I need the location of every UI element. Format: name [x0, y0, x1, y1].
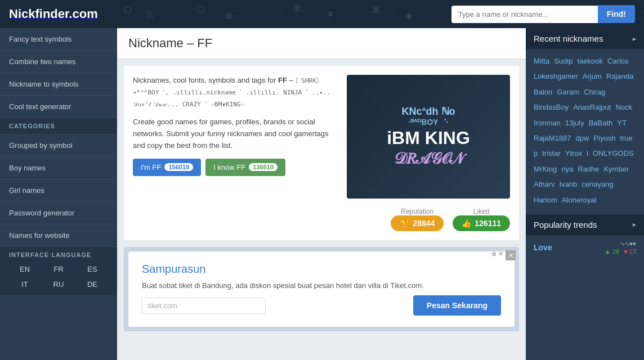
- liked-col: Liked 👍 126111: [453, 208, 510, 231]
- right-panel: Recent nicknames ▸ Mitta Sudip taekook C…: [526, 28, 644, 360]
- recent-name-item[interactable]: Nock: [615, 101, 632, 114]
- lang-fr[interactable]: FR: [43, 263, 74, 276]
- header: ⬡ △ ◻ ⊕ ⊞ ✕ ⌘ ◈ Nickfinder.com Find!: [0, 0, 644, 28]
- bg-symbol: ⊕: [225, 10, 232, 21]
- ad-close-button[interactable]: ✕: [506, 250, 516, 260]
- i-know-ff-button[interactable]: I know FF 136510: [205, 159, 285, 176]
- recent-name-item[interactable]: tristar: [542, 147, 561, 160]
- bg-symbol: ✕: [327, 9, 334, 20]
- popularity-header: Popularity trends ▸: [526, 214, 644, 235]
- logo[interactable]: Nickfinder.com: [9, 7, 98, 21]
- sidebar-item-names[interactable]: Names for website: [0, 224, 117, 247]
- recent-name-item[interactable]: l: [587, 147, 588, 160]
- card-image-area: KNc°dh ℕo ·ᴮᴬᴰBOY゛· iBM KING 𝒟𝑅𝒜𝒢𝒪𝒩: [347, 75, 510, 199]
- recent-name-item[interactable]: Piyush: [593, 132, 615, 145]
- recent-name-item[interactable]: Aloneroyal: [562, 194, 596, 206]
- ad-bottom: Pesan Sekarang: [142, 295, 501, 316]
- bg-symbol: ◈: [405, 10, 412, 21]
- recent-name-item[interactable]: AnasRajput: [573, 101, 611, 114]
- recent-name-item[interactable]: dpw: [576, 132, 589, 145]
- bg-symbol: ⌘: [372, 4, 381, 15]
- reputation-liked-area: Reputation 👎 28844 Liked 👍 126111: [347, 203, 510, 231]
- reputation-col: Reputation 👎 28844: [391, 208, 444, 231]
- language-label: INTERFACE LANGUAGE: [9, 251, 108, 258]
- layout: Fancy text symbols Combine two names Nic…: [0, 28, 644, 360]
- main-card: Nicknames, cool fonts, symbols and tags …: [124, 66, 519, 240]
- recent-name-item[interactable]: Kymber: [603, 163, 629, 176]
- ad-section: ⊗ ✕ ✕ Sampurasun Buat sobat tiket di Ban…: [124, 247, 519, 331]
- recent-header-icon: ▸: [633, 35, 636, 43]
- sidebar-item-fancy[interactable]: Fancy text symbols: [0, 28, 117, 51]
- search-button[interactable]: Find!: [598, 5, 635, 23]
- card-right: KNc°dh ℕo ·ᴮᴬᴰBOY゛· iBM KING 𝒟𝑅𝒜𝒢𝒪𝒩 Repu…: [347, 75, 510, 231]
- recent-name-item[interactable]: BaBath: [589, 116, 613, 129]
- popularity-content: Love ∿∿♥♥ ▲ 28 ♥ 13: [526, 235, 644, 265]
- sidebar-item-password[interactable]: Password generator: [0, 202, 117, 224]
- categories-label: CATEGORIES: [0, 118, 117, 134]
- ad-domain-field: [142, 298, 266, 314]
- popularity-section: Popularity trends ▸ Love ∿∿♥♥ ▲ 28 ♥ 13: [526, 214, 644, 265]
- recent-name-item[interactable]: Arjum: [583, 70, 602, 83]
- im-ff-button[interactable]: I'm FF 156019: [133, 159, 201, 176]
- recent-name-item[interactable]: Mitta: [534, 55, 549, 68]
- ad-title: Sampurasun: [142, 263, 501, 276]
- recent-header: Recent nicknames ▸: [526, 28, 644, 49]
- recent-name-item[interactable]: p: [534, 147, 538, 160]
- recent-name-item[interactable]: true: [620, 132, 632, 145]
- ad-label: ⊗ ✕: [491, 250, 503, 258]
- sidebar-item-grouped[interactable]: Grouped by symbol: [0, 134, 117, 157]
- recent-name-item[interactable]: YT: [617, 116, 627, 129]
- sidebar-item-nickname[interactable]: Nickname to symbols: [0, 73, 117, 96]
- sidebar-item-cool[interactable]: Cool text generator: [0, 96, 117, 118]
- recent-name-item[interactable]: Carlos: [607, 55, 629, 68]
- recent-name-item[interactable]: Sudip: [554, 55, 573, 68]
- recent-name-item[interactable]: Lokeshgamer: [534, 70, 578, 83]
- like-button[interactable]: 👍 126111: [453, 215, 510, 231]
- recent-name-item[interactable]: Ivanb: [560, 178, 578, 191]
- page-title-bar: Nickname – FF: [117, 28, 526, 59]
- recent-name-item[interactable]: ONLYGODS: [593, 147, 634, 160]
- sidebar-item-boy[interactable]: Boy names: [0, 157, 117, 179]
- lang-ru[interactable]: RU: [43, 278, 74, 291]
- lang-en[interactable]: EN: [9, 263, 41, 276]
- recent-name-item[interactable]: Atharv: [534, 178, 555, 191]
- lang-es[interactable]: ES: [77, 263, 108, 276]
- card-create-text: Create good names for games, profiles, b…: [133, 116, 338, 151]
- page-title: Nickname – FF: [128, 36, 515, 51]
- sidebar-item-combine[interactable]: Combine two names: [0, 51, 117, 73]
- recent-name-item[interactable]: RajaM1887: [534, 132, 571, 145]
- recent-name-item[interactable]: Balon: [534, 86, 552, 98]
- recent-name-item[interactable]: Hariom: [534, 194, 557, 206]
- bg-symbol: △: [146, 8, 153, 19]
- nickname-display: KNc°dh ℕo ·ᴮᴬᴰBOY゛· iBM KING 𝒟𝑅𝒜𝒢𝒪𝒩: [387, 106, 470, 168]
- recent-name-item[interactable]: Radhe: [578, 163, 599, 176]
- recent-name-item[interactable]: Garam: [557, 86, 579, 98]
- dislike-button[interactable]: 👎 28844: [391, 215, 444, 231]
- ad-cta-button[interactable]: Pesan Sekarang: [413, 295, 501, 316]
- popularity-header-icon: ▸: [633, 220, 636, 228]
- recent-name-item[interactable]: Ytrox: [565, 147, 582, 160]
- bg-symbol: ◻: [197, 3, 204, 14]
- recent-section: Recent nicknames ▸ Mitta Sudip taekook C…: [526, 28, 644, 212]
- main-content: Nickname – FF Nicknames, cool fonts, sym…: [117, 28, 526, 360]
- recent-name-item[interactable]: 13july: [565, 116, 584, 129]
- recent-name-item[interactable]: BindasBoy: [534, 101, 569, 114]
- bg-symbol: ⊞: [293, 2, 300, 13]
- ad-description: Buat sobat tiket di Bandung, ada diskon …: [142, 281, 501, 290]
- recent-name-item[interactable]: cenayang: [582, 178, 613, 191]
- sidebar: Fancy text symbols Combine two names Nic…: [0, 28, 117, 360]
- lang-de[interactable]: DE: [77, 278, 108, 291]
- recent-name-item[interactable]: Ironman: [534, 116, 561, 129]
- recent-name-item[interactable]: Chirag: [584, 86, 605, 98]
- recent-name-item[interactable]: Rajanda: [606, 70, 633, 83]
- card-left: Nicknames, cool fonts, symbols and tags …: [133, 75, 338, 231]
- search-input[interactable]: [451, 6, 598, 23]
- recent-name-item[interactable]: riya: [561, 163, 573, 176]
- language-grid: EN FR ES IT RU DE: [9, 263, 108, 291]
- recent-name-item[interactable]: MrKing: [534, 163, 557, 176]
- recent-name-item[interactable]: taekook: [577, 55, 603, 68]
- buttons-row: I'm FF 156019 I know FF 136510: [133, 159, 338, 176]
- lang-it[interactable]: IT: [9, 278, 41, 291]
- sidebar-item-girl[interactable]: Girl names: [0, 179, 117, 202]
- bg-symbol: ⬡: [124, 4, 132, 15]
